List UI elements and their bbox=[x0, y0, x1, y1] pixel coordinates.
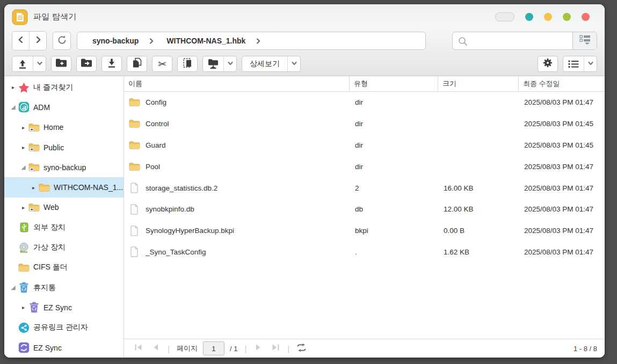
chevron-down-icon bbox=[227, 59, 234, 69]
control-yellow[interactable] bbox=[544, 13, 552, 21]
view-mode-button[interactable]: 상세보기 bbox=[242, 56, 301, 72]
file-rows: Config dir 2025/08/03 PM 01:47 Control d… bbox=[124, 92, 605, 339]
virtual-disc-icon bbox=[18, 242, 30, 253]
reload-list-button[interactable] bbox=[294, 343, 308, 354]
sidebar-item[interactable]: EZ Sync bbox=[4, 338, 124, 358]
back-button[interactable] bbox=[12, 32, 29, 50]
upload-icon bbox=[12, 56, 33, 71]
network-dropdown[interactable] bbox=[223, 56, 236, 71]
file-modified: 2025/08/03 PM 01:47 bbox=[519, 248, 605, 256]
expand-arrow-icon[interactable]: ▸ bbox=[29, 185, 38, 191]
folder-shared-icon bbox=[28, 122, 40, 133]
history-nav-group bbox=[12, 31, 47, 50]
chevron-down-icon bbox=[37, 59, 43, 69]
expand-arrow-icon[interactable]: ▸ bbox=[19, 125, 28, 130]
sidebar-item[interactable]: ▸ EZ Sync bbox=[4, 297, 124, 317]
expand-arrow-icon[interactable]: ▸ bbox=[19, 304, 28, 310]
table-row[interactable]: Pool dir 2025/08/03 PM 01:47 bbox=[124, 156, 605, 177]
table-row[interactable]: Config dir 2025/08/03 PM 01:47 bbox=[124, 92, 605, 113]
upload-dropdown[interactable] bbox=[33, 56, 46, 71]
expand-arrow-icon[interactable]: ▸ bbox=[19, 205, 28, 210]
file-name: Pool bbox=[146, 163, 160, 171]
list-view-button[interactable] bbox=[563, 56, 597, 72]
table-row[interactable]: synobkpinfo.db db 12.00 KB 2025/08/03 PM… bbox=[124, 199, 605, 220]
svg-text:a: a bbox=[21, 103, 26, 111]
expand-arrow-icon[interactable]: ▸ bbox=[19, 144, 28, 150]
folder-icon bbox=[128, 161, 140, 172]
sidebar-item[interactable]: ▸ 내 즐겨찾기 bbox=[4, 77, 124, 97]
folder-shared-icon bbox=[28, 162, 40, 173]
prev-page-button[interactable] bbox=[149, 343, 163, 354]
upload-button[interactable] bbox=[12, 56, 46, 72]
download-icon bbox=[106, 58, 117, 70]
cut-button[interactable]: ✂ bbox=[152, 56, 172, 72]
column-header-size[interactable]: 크기 bbox=[438, 76, 519, 91]
search-filter-icon bbox=[579, 35, 591, 47]
adm-icon: a bbox=[18, 101, 30, 113]
column-header-modified[interactable]: 최종 수정일 bbox=[519, 76, 605, 91]
expand-arrow-icon[interactable]: ▸ bbox=[9, 84, 18, 90]
control-red[interactable] bbox=[582, 13, 590, 21]
search-filter-button[interactable] bbox=[572, 32, 597, 49]
table-row[interactable]: Guard dir 2025/08/03 PM 01:45 bbox=[124, 135, 605, 156]
sidebar-item[interactable]: ◢ 휴지통 bbox=[4, 278, 124, 297]
refresh-button[interactable] bbox=[53, 32, 71, 50]
sidebar-item-label: Home bbox=[43, 123, 63, 132]
column-header-name[interactable]: 이름 bbox=[124, 76, 350, 91]
sidebar-item[interactable]: 공유링크 관리자 bbox=[4, 318, 124, 338]
table-row[interactable]: SynologyHyperBackup.bkpi bkpi 0.00 B 202… bbox=[124, 220, 605, 242]
column-header-type[interactable]: 유형 bbox=[350, 76, 438, 91]
table-row[interactable]: storage_statistics.db.2 2 16.00 KB 2025/… bbox=[124, 177, 605, 199]
sidebar-item[interactable]: ▸ Web bbox=[4, 198, 124, 217]
page-total: / 1 bbox=[228, 345, 239, 353]
file-modified: 2025/08/03 PM 01:47 bbox=[519, 184, 605, 192]
sidebar-item[interactable]: ▸ Public bbox=[4, 137, 124, 157]
expand-arrow-icon[interactable]: ◢ bbox=[19, 164, 28, 171]
file-size: 1.62 KB bbox=[438, 248, 519, 256]
move-to-folder-button[interactable] bbox=[76, 56, 97, 72]
control-green[interactable] bbox=[563, 13, 571, 21]
last-page-button[interactable] bbox=[268, 343, 282, 354]
sidebar-item[interactable]: 외부 장치 bbox=[4, 217, 124, 237]
sidebar-item[interactable]: ▸ Home bbox=[4, 118, 124, 137]
breadcrumb-item[interactable]: syno-backup bbox=[81, 37, 155, 45]
table-header: 이름 유형 크기 최종 수정일 bbox=[124, 76, 605, 92]
sidebar-item[interactable]: ◢ syno-backup bbox=[4, 157, 124, 177]
sidebar-item-label: Public bbox=[43, 143, 64, 152]
search-input[interactable] bbox=[453, 32, 572, 49]
list-view-dropdown[interactable] bbox=[584, 56, 597, 71]
breadcrumb[interactable]: syno-backup WITHCOM-NAS_1.hbk bbox=[77, 32, 426, 50]
table-row[interactable]: Control dir 2025/08/03 PM 01:45 bbox=[124, 113, 605, 135]
first-page-button[interactable] bbox=[132, 343, 146, 354]
file-explorer-window: 파일 탐색기 syno-backup WITHCOM-NAS_1.hbk bbox=[4, 4, 605, 358]
paste-button[interactable] bbox=[177, 56, 198, 72]
table-row[interactable]: _Syno_TaskConfig . 1.62 KB 2025/08/03 PM… bbox=[124, 242, 605, 263]
file-size: 16.00 KB bbox=[438, 184, 519, 192]
control-teal[interactable] bbox=[525, 13, 533, 21]
content-area: ▸ 내 즐겨찾기 ◢ a ADM ▸ Home ▸ Public ◢ syno-… bbox=[4, 76, 605, 358]
expand-arrow-icon[interactable]: ◢ bbox=[9, 284, 18, 291]
sidebar-item[interactable]: ◢ a ADM bbox=[4, 97, 124, 117]
breadcrumb-label: WITHCOM-NAS_1.hbk bbox=[155, 37, 255, 45]
folder-shared-icon bbox=[28, 142, 40, 153]
breadcrumb-chevron-icon bbox=[148, 38, 155, 45]
breadcrumb-item[interactable]: WITHCOM-NAS_1.hbk bbox=[155, 37, 262, 45]
copy-button[interactable] bbox=[127, 56, 147, 72]
settings-button[interactable] bbox=[538, 56, 558, 72]
forward-button[interactable] bbox=[29, 32, 46, 50]
expand-arrow-icon[interactable]: ◢ bbox=[9, 104, 18, 111]
file-modified: 2025/08/03 PM 01:45 bbox=[519, 141, 605, 149]
download-button[interactable] bbox=[101, 56, 122, 72]
new-folder-icon bbox=[55, 58, 67, 70]
new-folder-button[interactable] bbox=[51, 56, 71, 72]
file-name: Control bbox=[146, 120, 169, 128]
page-number-input[interactable] bbox=[203, 341, 224, 355]
sidebar-item[interactable]: 가상 장치 bbox=[4, 237, 124, 257]
minimize-pill[interactable] bbox=[495, 12, 514, 21]
view-mode-dropdown[interactable] bbox=[287, 56, 300, 71]
file-name: SynologyHyperBackup.bkpi bbox=[146, 227, 234, 235]
next-page-button[interactable] bbox=[251, 343, 265, 354]
sidebar-item[interactable]: CIFS 폴더 bbox=[4, 258, 124, 278]
network-share-button[interactable] bbox=[202, 56, 237, 72]
sidebar-item[interactable]: ▸ WITHCOM-NAS_1.... bbox=[4, 177, 124, 197]
